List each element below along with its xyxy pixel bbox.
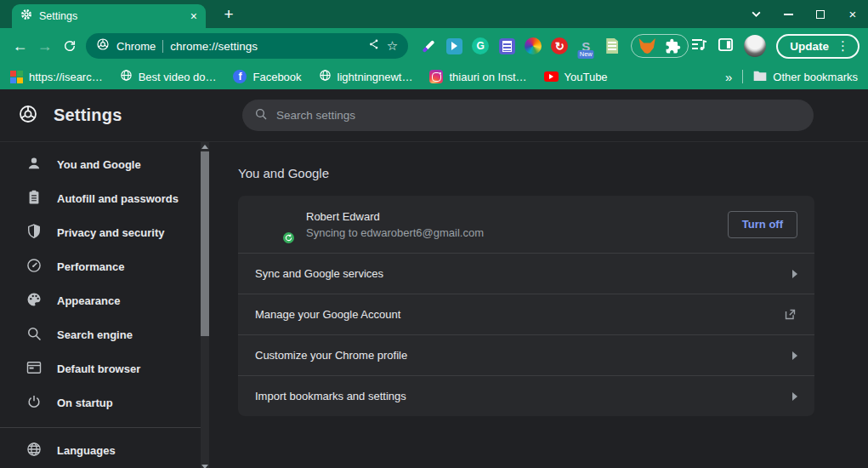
- red-swirl-extension-icon[interactable]: ↻: [550, 37, 569, 55]
- browser-toolbar: ← → Chrome chrome://settings ☆ G: [0, 28, 868, 64]
- account-avatar: [255, 206, 292, 243]
- url-text: chrome://settings: [170, 40, 360, 53]
- pinned-extensions-group: [631, 34, 689, 58]
- site-label: Chrome: [116, 40, 156, 53]
- media-controls-icon[interactable]: [690, 36, 707, 56]
- sync-profile-row: Robert Edward Syncing to edwarobert6@gma…: [238, 196, 814, 253]
- sidebar-item-default-browser[interactable]: Default browser: [0, 351, 213, 385]
- settings-main: You and Google Robert Edward Syncing to …: [213, 142, 868, 468]
- tab-title: Settings: [39, 10, 184, 22]
- person-icon: [26, 155, 43, 174]
- bookmark-lightningnewt[interactable]: lightningnewt…: [319, 69, 413, 84]
- you-and-google-card: Robert Edward Syncing to edwarobert6@gma…: [238, 196, 814, 416]
- omnibox-separator: [162, 40, 163, 53]
- other-bookmarks-button[interactable]: Other bookmarks: [753, 70, 858, 84]
- scrollbar-down-arrow[interactable]: [201, 465, 208, 468]
- extensions-strip: G ↻ S New: [418, 34, 689, 58]
- sidebar-item-languages[interactable]: Languages: [0, 433, 213, 467]
- tab-strip: Settings × + ×: [0, 0, 868, 28]
- bookmark-star-icon[interactable]: ☆: [387, 38, 398, 54]
- close-window-button[interactable]: ×: [846, 8, 859, 21]
- bookmarks-overflow-button[interactable]: »: [725, 70, 732, 84]
- new-tab-button[interactable]: +: [218, 3, 240, 26]
- row-sync-and-google-services[interactable]: Sync and Google services: [238, 253, 814, 294]
- account-name: Robert Edward: [306, 210, 484, 223]
- chrome-logo-icon: [96, 37, 110, 54]
- tab-close-icon[interactable]: ×: [190, 10, 197, 22]
- external-link-icon: [783, 307, 797, 322]
- menu-kebab-icon[interactable]: ⋮: [837, 38, 849, 54]
- browser-window: Settings × + × ← → Chrome ch: [0, 0, 868, 468]
- mosaic-favicon: [10, 71, 23, 83]
- sidebar-item-privacy[interactable]: Privacy and security: [0, 215, 213, 249]
- search-icon: [254, 107, 268, 124]
- profile-avatar[interactable]: [744, 35, 766, 57]
- maximize-button[interactable]: [814, 8, 827, 21]
- sidebar-item-autofill[interactable]: Autofill and passwords: [0, 181, 213, 215]
- scrollbar[interactable]: [201, 142, 209, 468]
- turn-off-button[interactable]: Turn off: [728, 211, 797, 238]
- extensions-puzzle-icon[interactable]: [663, 37, 682, 55]
- settings-header: Settings: [0, 89, 868, 142]
- bookmark-youtube[interactable]: YouTube: [544, 71, 608, 83]
- search-input[interactable]: [276, 109, 802, 122]
- gear-icon: [20, 9, 32, 24]
- browser-window-icon: [26, 359, 43, 379]
- row-import-bookmarks[interactable]: Import bookmarks and settings: [238, 375, 814, 416]
- settings-body: You and Google Autofill and passwords Pr…: [0, 142, 868, 468]
- row-manage-google-account[interactable]: Manage your Google Account: [238, 294, 814, 334]
- subpage-arrow-icon: [792, 392, 797, 401]
- s-extension-icon[interactable]: S New: [576, 37, 595, 55]
- update-button[interactable]: Update ⋮: [776, 34, 859, 59]
- window-controls: ×: [749, 0, 859, 28]
- globe-icon: [26, 441, 43, 460]
- tab-search-chevron-icon[interactable]: [749, 8, 763, 21]
- folder-icon: [753, 70, 767, 84]
- sync-status: Syncing to edwarobert6@gmail.com: [306, 226, 484, 239]
- bookmark-facebook[interactable]: f Facebook: [233, 70, 301, 83]
- new-badge: New: [578, 50, 594, 59]
- bookmarks-bar: https://isearc… Best video do… f Faceboo…: [0, 64, 868, 89]
- tab-settings[interactable]: Settings ×: [12, 4, 206, 28]
- power-icon: [26, 393, 43, 413]
- address-bar[interactable]: Chrome chrome://settings ☆: [86, 33, 408, 59]
- chrome-logo-icon: [18, 104, 38, 128]
- bookmarks-divider: [742, 70, 743, 83]
- page-title: Settings: [54, 106, 122, 125]
- scrollbar-up-arrow[interactable]: [201, 145, 208, 149]
- sidebar-item-on-startup[interactable]: On startup: [0, 385, 213, 419]
- row-customize-chrome-profile[interactable]: Customize your Chrome profile: [238, 334, 814, 375]
- download-manager-extension-icon[interactable]: [445, 37, 463, 55]
- toolbar-right-cluster: Update ⋮: [690, 34, 859, 59]
- notes-extension-icon[interactable]: [497, 37, 516, 55]
- side-panel-icon[interactable]: [718, 37, 734, 56]
- subpage-arrow-icon: [792, 270, 797, 278]
- sidebar-item-performance[interactable]: Performance: [0, 249, 213, 283]
- magnifier-icon: [26, 325, 43, 345]
- sidebar-item-search-engine[interactable]: Search engine: [0, 317, 213, 351]
- sidebar-divider: [0, 427, 201, 428]
- green-doc-extension-icon[interactable]: [603, 37, 621, 55]
- sidebar-item-appearance[interactable]: Appearance: [0, 283, 213, 317]
- forward-button[interactable]: →: [33, 34, 56, 58]
- settings-sidebar: You and Google Autofill and passwords Pr…: [0, 142, 213, 468]
- share-icon[interactable]: [368, 38, 380, 54]
- settings-search-box[interactable]: [242, 100, 814, 131]
- palette-icon: [26, 291, 43, 311]
- globe-favicon: [319, 69, 332, 84]
- bookmark-best-video[interactable]: Best video do…: [120, 69, 217, 84]
- bookmark-isearch[interactable]: https://isearc…: [10, 71, 103, 83]
- scrollbar-thumb[interactable]: [201, 151, 209, 336]
- pen-extension-icon[interactable]: [418, 37, 437, 55]
- back-button[interactable]: ←: [9, 34, 31, 58]
- sidebar-item-you-and-google[interactable]: You and Google: [0, 147, 213, 181]
- grammarly-extension-icon[interactable]: G: [471, 37, 490, 55]
- update-label: Update: [790, 40, 829, 53]
- bookmark-instagram[interactable]: thiauri on Inst…: [429, 70, 526, 83]
- metamask-extension-icon[interactable]: [638, 37, 656, 55]
- shield-icon: [26, 223, 43, 243]
- color-wheel-extension-icon[interactable]: [524, 37, 542, 55]
- account-texts: Robert Edward Syncing to edwarobert6@gma…: [306, 210, 484, 239]
- reload-button[interactable]: [58, 34, 81, 58]
- minimize-button[interactable]: [781, 8, 795, 21]
